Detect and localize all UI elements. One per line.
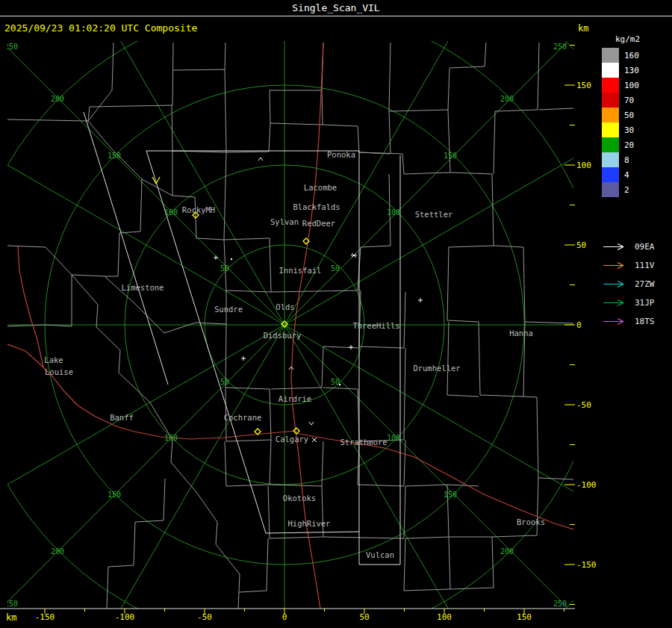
radar-id: 18TS	[635, 317, 655, 326]
ring-label: 200	[51, 95, 64, 103]
city-label: Okotoks	[283, 494, 316, 503]
axis-label: -150	[35, 612, 55, 622]
colorbar-value: 160	[624, 51, 639, 60]
radar-arrow-icon	[602, 280, 629, 288]
scan-area-outline	[84, 112, 400, 565]
colorbar-value: 2	[624, 185, 629, 195]
radar-arrow-icon	[602, 261, 629, 270]
city-label: Sundre	[214, 305, 243, 314]
ring-label: 100	[387, 208, 400, 217]
colorbar: 160 130 100 70 50 30 20 8 4 2	[602, 48, 639, 197]
city-label: Sylvan	[270, 217, 299, 226]
ring-label: 200	[500, 547, 514, 556]
colorbar-entry: 130	[602, 63, 639, 78]
ring-label: 250	[4, 600, 18, 608]
radar-id: 09EA	[635, 242, 655, 252]
axis-label: -50	[576, 400, 591, 410]
city-label: ThreeHills	[352, 321, 399, 330]
city-label: Banff	[110, 413, 134, 422]
radar-id: 31JP	[635, 298, 655, 308]
city-label: Stettler	[415, 210, 453, 219]
city-label: Strathmore	[340, 438, 387, 447]
city-label: Vulcan	[366, 550, 394, 559]
range-ring-grid	[0, 0, 672, 628]
colorbar-value: 20	[624, 140, 634, 150]
city-label: Innisfail	[279, 266, 322, 275]
axis-label: 150	[576, 81, 591, 90]
city-label: RockyMH	[182, 205, 215, 214]
ring-label: 50	[220, 378, 229, 386]
colorbar-entry: 30	[602, 122, 639, 137]
colorbar-entry: 100	[602, 78, 639, 93]
ring-label: 150	[108, 491, 121, 499]
city-label: Drumheller	[413, 364, 460, 373]
colorbar-swatch	[602, 137, 619, 152]
radar-arrow-icon	[602, 243, 629, 251]
axis-label: -100	[576, 480, 597, 490]
colorbar-value: 130	[624, 66, 639, 75]
azimuth-spokes	[0, 0, 672, 628]
city-label: Limestone	[122, 283, 164, 292]
colorbar-swatch	[602, 108, 619, 122]
colorbar-value: 4	[624, 170, 629, 180]
city-label: Lacombe	[304, 183, 337, 192]
axis-label: 100	[437, 612, 452, 622]
scan-outline-lines	[84, 112, 400, 565]
radar-app-window: { "window": { "title": "Single_Scan_VIL"…	[0, 0, 672, 628]
axis-label: 150	[517, 612, 532, 622]
colorbar-entry: 20	[602, 137, 639, 152]
radar-legend-item: 111V	[602, 256, 655, 275]
city-label: Cochrane	[224, 413, 262, 422]
axis-label: 0	[282, 612, 287, 622]
radar-map[interactable]: 250 200 150 100 50 250 200 150 100 50 25…	[0, 0, 672, 628]
radar-site-legend: 09EA 111V 27ZW 31JP 18TS	[602, 237, 655, 331]
colorbar-entry: 50	[602, 108, 639, 122]
ring-label: 250	[553, 600, 567, 608]
colorbar-unit: kg/m2	[615, 34, 640, 44]
radar-arrow-icon	[602, 299, 629, 307]
radar-legend-item: 27ZW	[602, 275, 655, 293]
radar-legend-item: 09EA	[602, 237, 655, 256]
colorbar-entry: 2	[602, 182, 639, 197]
city-label: Ponoka	[327, 150, 355, 159]
colorbar-value: 8	[624, 155, 629, 165]
ring-label: 150	[444, 152, 457, 160]
axis-label: -150	[576, 560, 597, 570]
town-symbols	[214, 158, 423, 442]
colorbar-swatch	[602, 63, 619, 78]
colorbar-swatch	[602, 122, 619, 137]
radar-arrow-icon	[602, 317, 629, 326]
axis-label: 50	[359, 612, 369, 622]
ring-label: 50	[331, 264, 340, 273]
colorbar-entry: 8	[602, 152, 639, 167]
city-label: Louise	[45, 367, 73, 376]
right-axis-labels: 150 100 50 0 -50 -100 -150	[576, 81, 597, 570]
colorbar-value: 100	[624, 81, 639, 90]
ring-label: 100	[164, 208, 178, 217]
ring-label: 250	[553, 43, 567, 51]
radar-legend-item: 18TS	[602, 312, 655, 331]
town-symbol-marks	[214, 158, 423, 442]
radar-id: 27ZW	[635, 279, 655, 289]
town-dot	[231, 258, 232, 260]
radar-legend-item: 31JP	[602, 293, 655, 312]
bottom-axis-labels: -150 -100 -50 0 50 100 150	[35, 612, 532, 622]
axis-label: -100	[115, 612, 135, 622]
right-axis-ticks	[564, 46, 575, 605]
axis-label: 0	[576, 320, 582, 330]
ring-label: 100	[387, 434, 400, 442]
colorbar-entry: 4	[602, 167, 639, 182]
colorbar-swatch	[602, 93, 619, 108]
city-label: Brooks	[517, 517, 545, 526]
colorbar-value: 70	[624, 96, 634, 105]
ring-label: 100	[164, 434, 178, 442]
ring-label: 50	[331, 378, 340, 386]
ring-label: 200	[500, 95, 514, 103]
ring-label: 250	[4, 43, 18, 51]
city-label: Calgary	[276, 435, 308, 444]
colorbar-swatch	[602, 152, 619, 167]
colorbar-swatch	[602, 78, 619, 93]
city-label: Airdrie	[279, 394, 311, 403]
ring-label: 50	[220, 264, 229, 273]
colorbar-entry: 70	[602, 93, 639, 108]
